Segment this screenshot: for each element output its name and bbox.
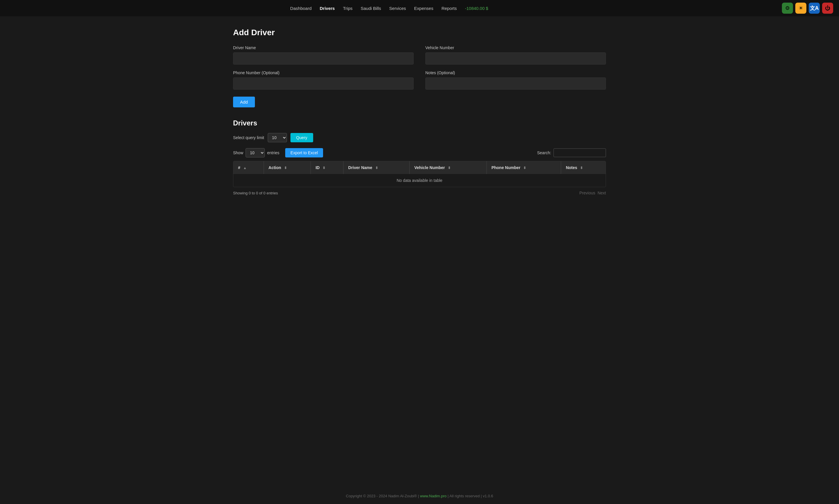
- nav-services[interactable]: Services: [389, 6, 406, 11]
- search-label: Search:: [537, 150, 551, 155]
- sort-icon-notes: ⬍: [580, 166, 583, 170]
- export-excel-button[interactable]: Export to Excel: [285, 148, 323, 158]
- query-limit-label: Select query limit: [233, 135, 264, 140]
- add-driver-form: Driver Name Vehicle Number Phone Number …: [233, 46, 606, 90]
- vehicle-number-input[interactable]: [425, 52, 606, 65]
- notes-group: Notes (Optional): [425, 70, 606, 90]
- table-controls: Show 10 25 50 100 entries Export to Exce…: [233, 148, 606, 158]
- show-label: Show: [233, 150, 243, 155]
- drivers-controls: Select query limit 10 25 50 100 Query: [233, 133, 606, 142]
- search-container: Search:: [537, 148, 606, 157]
- drivers-table: # ▲ Action ⬍ ID ⬍ Driver Name ⬍ Vehicle …: [233, 161, 606, 187]
- next-button[interactable]: Next: [598, 191, 606, 195]
- col-action[interactable]: Action ⬍: [264, 161, 311, 174]
- table-no-data-row: No data available in table: [233, 174, 606, 187]
- no-data-message: No data available in table: [233, 174, 606, 187]
- col-id[interactable]: ID ⬍: [311, 161, 343, 174]
- nav-trips[interactable]: Trips: [343, 6, 353, 11]
- phone-number-input[interactable]: [233, 77, 414, 90]
- footer-suffix: | All rights reserved | v1.0.6: [447, 494, 493, 498]
- col-driver-name[interactable]: Driver Name ⬍: [343, 161, 410, 174]
- balance-currency: $: [486, 6, 488, 11]
- col-phone-number[interactable]: Phone Number ⬍: [486, 161, 561, 174]
- drivers-section-title: Drivers: [233, 119, 606, 127]
- pagination-info: Showing 0 to 0 of 0 entries: [233, 191, 278, 195]
- footer-link[interactable]: www.Nadim.pro: [420, 494, 447, 498]
- show-entries-select[interactable]: 10 25 50 100: [245, 148, 265, 158]
- table-header-row: # ▲ Action ⬍ ID ⬍ Driver Name ⬍ Vehicle …: [233, 161, 606, 174]
- nav-reports[interactable]: Reports: [441, 6, 457, 11]
- query-button[interactable]: Query: [290, 133, 313, 142]
- col-notes[interactable]: Notes ⬍: [561, 161, 606, 174]
- add-driver-button[interactable]: Add: [233, 96, 255, 107]
- nav-dashboard[interactable]: Dashboard: [290, 6, 311, 11]
- main-content: Add Driver Driver Name Vehicle Number Ph…: [216, 16, 623, 488]
- settings-button[interactable]: ⚙: [782, 3, 793, 14]
- footer: Copyright © 2023 - 2024 Nadim Al-Zoubi® …: [0, 488, 839, 504]
- sort-icon-action: ⬍: [284, 166, 287, 170]
- driver-name-label: Driver Name: [233, 46, 414, 50]
- vehicle-number-label: Vehicle Number: [425, 46, 606, 50]
- nav-drivers[interactable]: Drivers: [320, 6, 335, 11]
- nav-action-buttons: ⚙ ☀ 文A ⏻: [782, 3, 833, 14]
- sort-icon-phone: ⬍: [523, 166, 526, 170]
- driver-name-group: Driver Name: [233, 46, 414, 65]
- phone-number-label: Phone Number (Optional): [233, 70, 414, 75]
- col-vehicle-number[interactable]: Vehicle Number ⬍: [410, 161, 487, 174]
- nav-items: Dashboard Drivers Trips Saudi Bills Serv…: [6, 6, 773, 11]
- driver-name-input[interactable]: [233, 52, 414, 65]
- sort-icon-driver-name: ⬍: [375, 166, 378, 170]
- notes-input[interactable]: [425, 77, 606, 90]
- balance-amount: -10840.00: [465, 6, 485, 11]
- col-number[interactable]: # ▲: [233, 161, 264, 174]
- sort-icon-vehicle: ⬍: [448, 166, 451, 170]
- search-input[interactable]: [553, 148, 606, 157]
- table-controls-left: Show 10 25 50 100 entries Export to Exce…: [233, 148, 323, 158]
- sort-icon-id: ⬍: [323, 166, 325, 170]
- logout-button[interactable]: ⏻: [822, 3, 833, 14]
- pagination-buttons: Previous Next: [579, 191, 606, 195]
- nav-saudi-bills[interactable]: Saudi Bills: [361, 6, 381, 11]
- pagination-row: Showing 0 to 0 of 0 entries Previous Nex…: [233, 191, 606, 195]
- add-driver-title: Add Driver: [233, 28, 606, 37]
- entries-label: entries: [267, 150, 279, 155]
- theme-button[interactable]: ☀: [795, 3, 806, 14]
- query-limit-select[interactable]: 10 25 50 100: [268, 133, 287, 142]
- footer-text: Copyright © 2023 - 2024 Nadim Al-Zoubi® …: [346, 494, 420, 498]
- sort-icon-number: ▲: [243, 166, 247, 170]
- drivers-table-wrapper: # ▲ Action ⬍ ID ⬍ Driver Name ⬍ Vehicle …: [233, 161, 606, 187]
- previous-button[interactable]: Previous: [579, 191, 595, 195]
- balance-display: -10840.00 $: [465, 6, 488, 11]
- nav-expenses[interactable]: Expenses: [414, 6, 433, 11]
- phone-number-group: Phone Number (Optional): [233, 70, 414, 90]
- translate-button[interactable]: 文A: [809, 3, 820, 14]
- notes-label: Notes (Optional): [425, 70, 606, 75]
- vehicle-number-group: Vehicle Number: [425, 46, 606, 65]
